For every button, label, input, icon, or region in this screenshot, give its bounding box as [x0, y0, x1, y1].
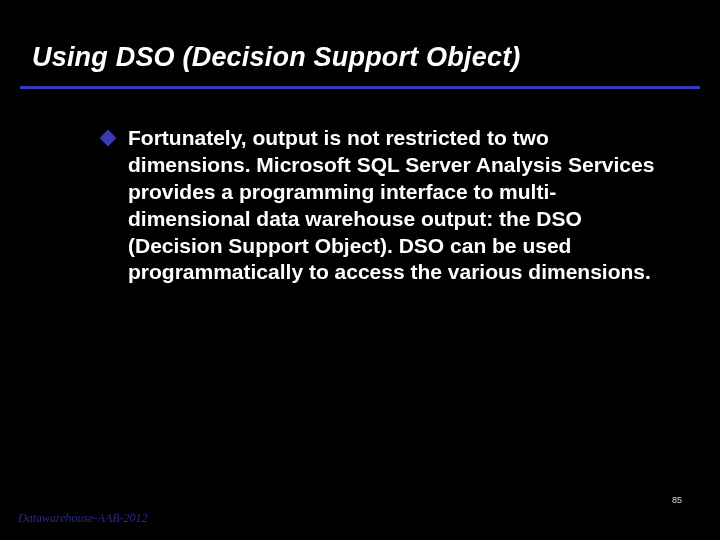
- footer-text: Datawarehouse-AAB-2012: [18, 511, 148, 526]
- slide: Using DSO (Decision Support Object) Fort…: [0, 0, 720, 540]
- diamond-bullet-icon: [100, 130, 117, 147]
- bullet-item: Fortunately, output is not restricted to…: [102, 125, 660, 286]
- bullet-text: Fortunately, output is not restricted to…: [128, 125, 660, 286]
- page-number: 85: [672, 495, 682, 505]
- slide-body: Fortunately, output is not restricted to…: [102, 125, 660, 286]
- title-underline: [20, 86, 700, 89]
- slide-title: Using DSO (Decision Support Object): [0, 0, 720, 73]
